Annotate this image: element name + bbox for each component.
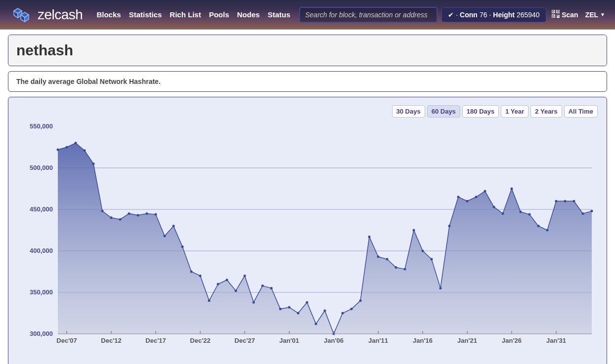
brand-text: zelcash — [38, 7, 83, 23]
svg-point-62 — [439, 287, 442, 289]
svg-point-49 — [324, 309, 326, 312]
range-button-group: 30 Days60 Days180 Days1 Year2 YearsAll T… — [17, 105, 598, 118]
svg-point-54 — [368, 236, 371, 238]
check-icon: ✔ — [448, 11, 454, 19]
conn-value: 76 — [480, 11, 487, 19]
svg-point-46 — [297, 312, 300, 315]
svg-text:Jan'21: Jan'21 — [457, 337, 477, 344]
svg-point-30 — [155, 213, 157, 216]
brand-logo[interactable]: zelcash — [10, 6, 83, 24]
svg-point-42 — [262, 284, 264, 287]
page-title: nethash — [8, 35, 607, 66]
svg-point-47 — [306, 301, 308, 304]
svg-point-27 — [128, 212, 131, 215]
svg-point-52 — [351, 308, 353, 310]
title-panel: nethash — [8, 35, 607, 66]
svg-point-68 — [493, 205, 495, 208]
nav-statistics[interactable]: Statistics — [129, 10, 162, 19]
svg-text:350,000: 350,000 — [30, 288, 53, 296]
svg-text:450,000: 450,000 — [30, 205, 53, 213]
svg-text:Jan'26: Jan'26 — [502, 337, 522, 344]
nav-blocks[interactable]: Blocks — [96, 10, 121, 19]
desc-panel: The daily average Global Network Hashrat… — [8, 71, 607, 92]
svg-point-76 — [564, 200, 567, 202]
nav-status[interactable]: Status — [267, 10, 290, 19]
nav-richlist[interactable]: Rich List — [170, 10, 201, 19]
svg-point-65 — [466, 200, 469, 202]
search-input[interactable] — [299, 7, 438, 23]
svg-text:500,000: 500,000 — [30, 164, 53, 171]
range-btn-2-years[interactable]: 2 Years — [530, 105, 562, 118]
svg-point-51 — [342, 312, 344, 315]
range-btn-30-days[interactable]: 30 Days — [392, 105, 425, 118]
svg-point-45 — [288, 306, 291, 309]
svg-point-23 — [92, 162, 95, 165]
svg-point-40 — [244, 275, 246, 277]
cube-icon — [10, 6, 34, 24]
svg-point-73 — [537, 225, 540, 227]
svg-point-26 — [119, 218, 122, 221]
conn-label: Conn — [460, 11, 478, 19]
nav-nodes[interactable]: Nodes — [237, 10, 260, 19]
svg-rect-8 — [557, 16, 560, 18]
svg-point-31 — [164, 235, 166, 237]
svg-point-61 — [431, 258, 433, 260]
svg-text:550,000: 550,000 — [30, 122, 53, 130]
svg-point-25 — [110, 216, 113, 219]
svg-point-53 — [359, 299, 362, 302]
svg-point-21 — [75, 142, 77, 144]
nav-links: Blocks Statistics Rich List Pools Nodes … — [96, 10, 290, 19]
svg-rect-6 — [557, 15, 558, 16]
qr-icon — [552, 10, 560, 19]
svg-text:Jan'11: Jan'11 — [368, 337, 388, 344]
svg-text:Dec'12: Dec'12 — [101, 337, 121, 344]
svg-text:Dec'17: Dec'17 — [145, 337, 166, 344]
svg-point-57 — [395, 266, 397, 269]
svg-point-74 — [546, 229, 549, 232]
scan-button[interactable]: Scan — [552, 10, 578, 19]
svg-point-33 — [181, 245, 184, 248]
svg-point-78 — [582, 212, 584, 215]
range-btn-all-time[interactable]: All Time — [564, 105, 598, 118]
svg-point-20 — [66, 146, 68, 149]
svg-text:Dec'22: Dec'22 — [190, 337, 210, 344]
svg-point-77 — [573, 200, 575, 202]
svg-point-29 — [146, 212, 148, 215]
chart-panel: 30 Days60 Days180 Days1 Year2 YearsAll T… — [8, 97, 607, 364]
svg-point-37 — [217, 283, 220, 285]
status-pill[interactable]: ✔ · Conn 76 · Height 265940 — [441, 7, 546, 22]
svg-text:Dec'27: Dec'27 — [234, 337, 255, 344]
height-label: Height — [493, 11, 515, 19]
svg-point-35 — [199, 275, 202, 277]
nav-pools[interactable]: Pools — [209, 10, 229, 19]
svg-point-56 — [386, 258, 389, 260]
svg-point-32 — [173, 225, 175, 227]
svg-point-38 — [226, 279, 228, 281]
svg-point-66 — [475, 196, 478, 198]
svg-point-48 — [315, 323, 317, 325]
svg-text:Jan'16: Jan'16 — [413, 337, 433, 344]
page-desc: The daily average Global Network Hashrat… — [8, 72, 607, 91]
svg-point-69 — [502, 212, 504, 215]
currency-label: ZEL — [585, 11, 598, 19]
svg-point-70 — [511, 188, 513, 190]
range-btn-1-year[interactable]: 1 Year — [501, 105, 528, 118]
svg-point-19 — [57, 149, 59, 151]
svg-point-75 — [555, 200, 558, 202]
svg-point-44 — [279, 308, 282, 310]
svg-point-59 — [413, 229, 415, 232]
range-btn-180-days[interactable]: 180 Days — [462, 105, 499, 118]
svg-rect-1 — [553, 11, 554, 12]
svg-point-63 — [448, 225, 451, 227]
svg-point-64 — [457, 196, 460, 198]
svg-point-72 — [528, 213, 531, 216]
currency-dropdown[interactable]: ZEL ▼ — [585, 11, 605, 19]
range-btn-60-days[interactable]: 60 Days — [427, 105, 460, 118]
svg-rect-7 — [558, 15, 560, 16]
svg-rect-5 — [553, 16, 554, 17]
svg-point-71 — [520, 211, 522, 213]
chevron-down-icon: ▼ — [600, 12, 605, 17]
svg-point-67 — [484, 190, 486, 193]
svg-point-43 — [270, 287, 273, 289]
svg-point-41 — [253, 301, 255, 304]
